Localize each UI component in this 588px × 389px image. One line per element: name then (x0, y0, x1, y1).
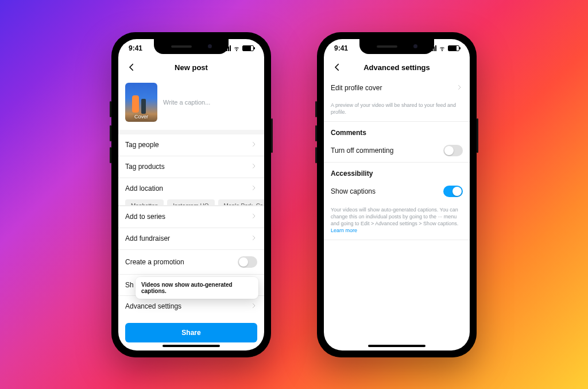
row-label: Advanced settings (125, 302, 181, 310)
tooltip-text: Videos now show auto-generated captions. (141, 282, 233, 294)
back-button[interactable] (123, 57, 140, 78)
home-indicator[interactable] (163, 345, 220, 347)
phone-notch (154, 39, 229, 54)
battery-icon (242, 45, 254, 51)
captions-helper: Your videos will show auto-generated cap… (324, 203, 470, 241)
row-label: Add location (125, 184, 163, 192)
edit-profile-helper: A preview of your video will be shared t… (324, 98, 470, 122)
nav-header: New post (118, 57, 264, 78)
captions-helper-text: Your videos will show auto-generated cap… (331, 207, 458, 226)
row-label: Tag people (125, 141, 159, 149)
page-title: Advanced settings (363, 63, 430, 72)
wifi-icon (439, 45, 446, 52)
status-time: 9:41 (129, 44, 142, 52)
row-tag-products[interactable]: Tag products (118, 156, 264, 178)
phone-mockup-advanced-settings: 9:41 Advanced settings Edit profile cove… (317, 32, 477, 357)
promotion-toggle[interactable] (238, 256, 257, 268)
row-share-to[interactable]: Sh Videos now show auto-generated captio… (118, 274, 264, 295)
commenting-toggle[interactable] (443, 145, 463, 156)
advanced-settings-content: Edit profile cover A preview of your vid… (324, 78, 470, 351)
cover-label: Cover (125, 114, 157, 120)
row-edit-profile-cover[interactable]: Edit profile cover (324, 78, 470, 98)
location-chip[interactable]: Menlo Park, Ca (218, 199, 264, 206)
chevron-right-icon (250, 141, 257, 149)
battery-icon (448, 45, 459, 51)
learn-more-link[interactable]: Learn more (331, 228, 357, 233)
caption-input[interactable] (163, 83, 257, 122)
share-button-label: Share (181, 329, 200, 337)
section-accessibility: Accessibility (324, 163, 470, 180)
nav-header: Advanced settings (324, 57, 470, 78)
page-title: New post (175, 63, 208, 72)
section-comments: Comments (324, 122, 470, 139)
chevron-right-icon (250, 302, 257, 311)
location-chip[interactable]: Instagram HQ (167, 199, 214, 206)
wifi-icon (233, 45, 240, 52)
new-post-content: Cover Tag people Tag products Add locati… (118, 78, 264, 351)
phone-mockup-new-post: 9:41 New post Cover (111, 32, 271, 357)
row-create-promotion[interactable]: Create a promotion (118, 249, 264, 274)
row-label: Tag products (125, 163, 165, 171)
caption-area: Cover (118, 78, 264, 130)
status-time: 9:41 (334, 44, 348, 52)
chevron-right-icon (250, 234, 257, 243)
chevron-right-icon (250, 213, 257, 221)
row-add-to-series[interactable]: Add to series (118, 206, 264, 228)
home-indicator[interactable] (368, 345, 425, 347)
location-suggestions: Manhattan Instagram HQ Menlo Park, Ca (118, 199, 264, 206)
row-add-location[interactable]: Add location (118, 178, 264, 199)
chevron-right-icon (456, 84, 463, 93)
row-label: Add fundraiser (125, 234, 170, 242)
row-label: Create a promotion (125, 258, 184, 266)
row-label: Add to series (125, 213, 165, 221)
row-tag-people[interactable]: Tag people (118, 130, 264, 156)
row-label: Sh (125, 281, 134, 289)
row-label: Edit profile cover (331, 84, 382, 92)
row-add-fundraiser[interactable]: Add fundraiser (118, 228, 264, 249)
back-button[interactable] (328, 57, 346, 78)
chevron-right-icon (250, 163, 257, 171)
share-button[interactable]: Share (125, 323, 257, 342)
video-cover-thumbnail[interactable]: Cover (125, 83, 157, 122)
phone-screen: 9:41 New post Cover (118, 39, 264, 351)
row-label: Show captions (331, 187, 376, 195)
phone-screen: 9:41 Advanced settings Edit profile cove… (324, 39, 470, 351)
row-show-captions[interactable]: Show captions (324, 180, 470, 203)
captions-toggle[interactable] (443, 186, 463, 197)
captions-tooltip: Videos now show auto-generated captions. (136, 277, 258, 299)
location-chip[interactable]: Manhattan (125, 199, 164, 206)
chevron-right-icon (250, 184, 257, 193)
row-label: Turn off commenting (331, 147, 393, 155)
row-turn-off-commenting[interactable]: Turn off commenting (324, 139, 470, 163)
phone-notch (359, 39, 434, 54)
